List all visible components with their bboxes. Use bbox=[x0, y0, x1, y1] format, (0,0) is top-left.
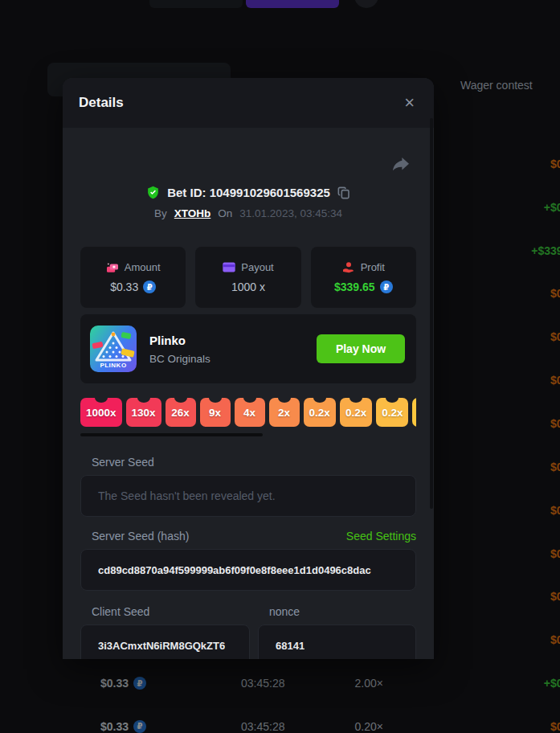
server-seed-hash-value: cd89cd8870a94f599999ab6f09f0e8f8eee1d1d0… bbox=[98, 564, 371, 576]
payout-value: 1000 x bbox=[231, 281, 265, 293]
multiplier-chip: 0.2x bbox=[304, 398, 336, 427]
modal-body: Bet ID: 104991029601569325 By XTOHb On 3… bbox=[63, 157, 434, 659]
server-seed-hash-label: Server Seed (hash) bbox=[92, 530, 189, 543]
payout-icon bbox=[223, 262, 235, 272]
modal-title: Details bbox=[79, 95, 124, 111]
client-seed-nonce-row: Client Seed 3i3ACmxtN6iRM8GQkZT6 nonce 6… bbox=[80, 605, 416, 659]
modal-scrollbar[interactable] bbox=[430, 118, 433, 509]
on-label: On bbox=[218, 207, 232, 219]
multiplier-chip: 26x bbox=[166, 398, 196, 427]
client-seed-value: 3i3ACmxtN6iRM8GQkZT6 bbox=[98, 640, 225, 652]
server-seed-placeholder: The Seed hasn't been revealed yet. bbox=[98, 489, 276, 502]
multiplier-chip: 0.2x bbox=[376, 398, 408, 427]
bet-id-row: Bet ID: 104991029601569325 bbox=[80, 186, 416, 199]
casino-page: $335.54 Wager contest ₽ $0.33 ₽ bbox=[0, 0, 560, 733]
nonce-label: nonce bbox=[258, 605, 416, 618]
amount-value: $0.33 ₽ bbox=[110, 281, 156, 293]
stat-profit: Profit $339.65 ₽ bbox=[311, 247, 416, 308]
bet-id-value: 104991029601569325 bbox=[210, 186, 330, 199]
nonce-box[interactable]: 68141 bbox=[258, 624, 416, 659]
share-icon[interactable] bbox=[392, 157, 410, 173]
username-link[interactable]: XTOHb bbox=[174, 207, 211, 219]
ruble-coin-icon: ₽ bbox=[380, 281, 393, 293]
stat-amount: Amount $0.33 ₽ bbox=[80, 247, 186, 308]
profit-label: Profit bbox=[361, 261, 385, 273]
close-icon[interactable]: × bbox=[401, 94, 418, 112]
multiplier-chip: 4x bbox=[235, 398, 265, 427]
client-seed-box[interactable]: 3i3ACmxtN6iRM8GQkZT6 bbox=[80, 624, 250, 659]
game-card: PLINKO Plinko BC Originals Play Now bbox=[80, 314, 416, 383]
multiplier-chip: 2x bbox=[269, 398, 300, 427]
server-seed-box[interactable]: The Seed hasn't been revealed yet. bbox=[80, 475, 416, 517]
server-seed-hash-box[interactable]: cd89cd8870a94f599999ab6f09f0e8f8eee1d1d0… bbox=[80, 549, 416, 591]
amount-label: Amount bbox=[125, 261, 161, 273]
profit-value: $339.65 ₽ bbox=[334, 281, 393, 293]
profit-icon bbox=[342, 261, 355, 273]
multiplier-chip: 130x bbox=[126, 398, 161, 427]
multiplier-chip: 0.2x bbox=[412, 398, 416, 427]
multiplier-chips-row[interactable]: 1000x 130x 26x 9x 4x 2x 0.2x 0.2x 0.2x bbox=[80, 398, 416, 427]
chips-scrollbar[interactable] bbox=[80, 433, 263, 436]
bet-byline: By XTOHb On 31.01.2023, 03:45:34 bbox=[80, 207, 416, 219]
payout-label: Payout bbox=[241, 261, 273, 273]
game-provider: BC Originals bbox=[149, 353, 304, 365]
stat-payout: Payout 1000 x bbox=[195, 247, 300, 308]
plinko-game-icon[interactable]: PLINKO bbox=[90, 326, 137, 372]
bet-datetime: 31.01.2023, 03:45:34 bbox=[239, 207, 342, 219]
multiplier-chip: 1000x bbox=[80, 398, 122, 427]
verified-shield-icon bbox=[146, 186, 160, 199]
modal-header: Details × bbox=[63, 78, 434, 128]
game-name: Plinko bbox=[149, 334, 304, 347]
client-seed-label: Client Seed bbox=[80, 605, 250, 618]
bet-id-label: Bet ID: bbox=[167, 186, 206, 199]
seed-settings-link[interactable]: Seed Settings bbox=[346, 530, 416, 543]
by-label: By bbox=[154, 207, 167, 219]
server-seed-label: Server Seed bbox=[80, 456, 416, 469]
amount-icon bbox=[106, 262, 119, 273]
ruble-coin-icon: ₽ bbox=[143, 281, 156, 293]
bet-id-text: Bet ID: 104991029601569325 bbox=[167, 186, 330, 199]
details-modal: Details × Bet ID: bbox=[63, 78, 434, 659]
multiplier-chip: 0.2x bbox=[340, 398, 372, 427]
server-seed-hash-row: Server Seed (hash) Seed Settings bbox=[80, 530, 416, 543]
multiplier-chip: 9x bbox=[200, 398, 231, 427]
bet-stats-row: Amount $0.33 ₽ bbox=[80, 247, 416, 308]
plinko-icon-label: PLINKO bbox=[90, 362, 137, 369]
nonce-value: 68141 bbox=[276, 640, 305, 652]
copy-icon[interactable] bbox=[337, 186, 350, 199]
game-info: Plinko BC Originals bbox=[149, 334, 304, 365]
play-now-button[interactable]: Play Now bbox=[317, 334, 405, 363]
